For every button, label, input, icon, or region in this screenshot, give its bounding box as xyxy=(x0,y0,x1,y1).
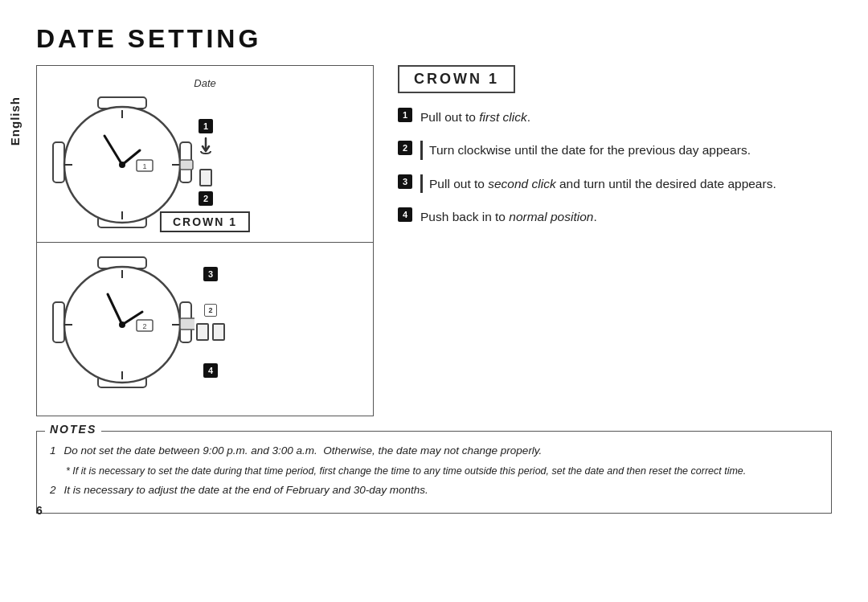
page-title: DATE SETTING xyxy=(36,24,832,54)
content-row: Date xyxy=(36,65,832,416)
svg-rect-17 xyxy=(53,302,64,342)
step-num-4: 4 xyxy=(398,207,412,222)
note-number-1: 1 xyxy=(50,443,56,459)
knobs-top xyxy=(199,169,212,186)
note-text-2: It is necessary to adjust the date at th… xyxy=(64,482,428,498)
knobs-bottom xyxy=(196,323,225,341)
note-text-1: Do not set the date between 9:00 p.m. an… xyxy=(64,443,542,459)
step-num-1: 1 xyxy=(398,108,412,122)
instruction-text-1: Pull out to first click. xyxy=(420,108,530,126)
date-label: Date xyxy=(50,77,360,89)
note-number-2: 2 xyxy=(50,482,56,498)
italic-second-click: second click xyxy=(488,177,555,190)
step-badge-1: 1 xyxy=(199,119,213,133)
instruction-item-1: 1 Pull out to first click. xyxy=(398,108,832,126)
top-side-controls: 1 2 xyxy=(196,119,215,206)
pull-arrow-icon xyxy=(196,137,215,159)
italic-normal-position: normal position xyxy=(509,210,593,223)
svg-text:1: 1 xyxy=(142,162,146,170)
step-num-2: 2 xyxy=(398,141,412,155)
crown-badge-diagram: CROWN 1 xyxy=(160,211,250,232)
step-badge-3: 3 xyxy=(203,267,218,281)
step3-bar-content: Pull out to second click and turn until … xyxy=(420,174,776,193)
crown-header: CROWN 1 xyxy=(398,65,515,93)
instruction-text-4: Push back in to normal position. xyxy=(420,207,597,226)
knob-2 xyxy=(196,323,209,341)
watch-bottom-section: 2 3 2 xyxy=(37,243,373,416)
watch-top-section: Date xyxy=(37,66,373,243)
svg-point-11 xyxy=(119,162,125,168)
italic-first-click: first click xyxy=(479,110,526,124)
notes-section: NOTES 1 Do not set the date between 9:00… xyxy=(36,431,832,514)
notes-header: NOTES xyxy=(45,423,101,436)
watch-face-top: 1 xyxy=(50,94,194,231)
instruction-item-2: 2 Turn clockwise until the date for the … xyxy=(398,141,832,159)
note-item-2: 2 It is necessary to adjust the date at … xyxy=(50,482,818,498)
notes-content: 1 Do not set the date between 9:00 p.m. … xyxy=(50,440,818,498)
instruction-text-3: Pull out to second click and turn until … xyxy=(429,177,776,190)
top-watch-row: 1 1 xyxy=(50,94,360,231)
step-badge-2: 2 xyxy=(199,191,213,206)
step1-group: 1 xyxy=(196,119,215,159)
step-badge-4: 4 xyxy=(203,363,218,378)
instruction-item-4: 4 Push back in to normal position. xyxy=(398,207,832,226)
right-panel: CROWN 1 1 Pull out to first click. 2 Tur… xyxy=(398,65,832,226)
note-asterisk-1: * If it is necessary to set the date dur… xyxy=(66,464,818,479)
diagram-panel: Date xyxy=(36,65,374,416)
step-num-3: 3 xyxy=(398,174,412,189)
svg-text:2: 2 xyxy=(142,322,146,330)
bottom-watch-row: 2 3 2 xyxy=(50,254,360,391)
instructions-list: 1 Pull out to first click. 2 Turn clockw… xyxy=(398,108,832,226)
knob-3 xyxy=(212,323,225,341)
svg-rect-14 xyxy=(180,160,193,170)
svg-point-26 xyxy=(119,321,125,328)
instruction-item-3: 3 Pull out to second click and turn unti… xyxy=(398,174,832,193)
svg-rect-29 xyxy=(180,318,194,330)
svg-rect-2 xyxy=(53,142,64,182)
crown-pos-indicator: 2 xyxy=(204,304,217,317)
english-label: English xyxy=(8,96,22,145)
watch-face-bottom: 2 xyxy=(50,254,194,391)
note-item-1: 1 Do not set the date between 9:00 p.m. … xyxy=(50,443,818,459)
bottom-side-controls: 3 2 4 xyxy=(196,267,225,378)
page-number: 6 xyxy=(36,504,43,517)
step2-bar-content: Turn clockwise until the date for the pr… xyxy=(420,141,751,159)
page-container: DATE SETTING English Date xyxy=(0,0,868,530)
knob-1 xyxy=(199,169,212,186)
instruction-text-2: Turn clockwise until the date for the pr… xyxy=(429,143,751,157)
